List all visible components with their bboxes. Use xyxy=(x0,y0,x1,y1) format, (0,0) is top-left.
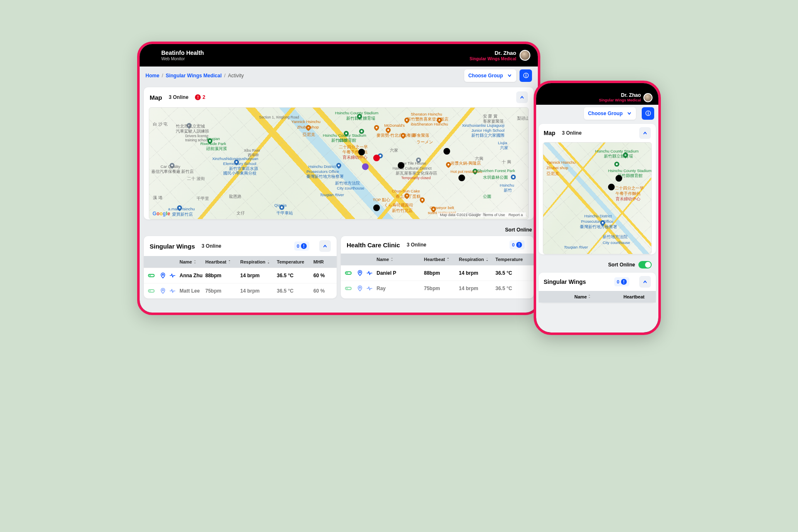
col-temperature[interactable]: Temperature xyxy=(495,257,530,262)
map-marker[interactable] xyxy=(362,163,369,170)
table-row[interactable]: Anna Zhu 88bpm 14 brpm 36.5 °C 60 % xyxy=(144,268,337,283)
map-marker[interactable] xyxy=(398,162,404,169)
chevron-up-icon xyxy=(643,131,648,135)
group-alert-badge[interactable]: 0 ! xyxy=(614,277,629,286)
map-poi-label: Touqian River xyxy=(320,193,344,197)
chevron-up-icon xyxy=(323,244,328,249)
map-poi-label: 新竹竹北店 xyxy=(392,209,413,213)
cell-temperature: 36.5 °C xyxy=(277,273,311,278)
col-heartbeat[interactable]: Heartbeat xyxy=(623,294,652,299)
app-topbar: Beatinfo Health Web Monitor Dr. Zhao Sin… xyxy=(140,44,538,66)
map-terms-link[interactable]: Terms of Use xyxy=(483,213,505,217)
map-marker[interactable] xyxy=(358,149,365,155)
map-marker[interactable] xyxy=(608,184,615,190)
map-poi-label: Hsinchu County Stadium xyxy=(335,111,379,115)
brand-logo-icon xyxy=(147,50,157,60)
col-heartbeat[interactable]: Heartbeat xyxy=(424,257,456,262)
alert-icon: ! xyxy=(301,243,307,249)
map-poi-label: Sheraton Hsinchu xyxy=(411,112,442,116)
choose-group-dropdown[interactable]: Choose Group xyxy=(464,69,516,82)
group-title: Health Care Clinic xyxy=(347,241,400,249)
col-name[interactable]: Name xyxy=(574,294,621,299)
map-marker[interactable] xyxy=(373,204,380,211)
map[interactable]: Hsinchu County Stadium 新竹縣立體育場 Yannick H… xyxy=(543,142,652,254)
alert-icon: ! xyxy=(195,94,201,100)
group-alert-badge[interactable]: 0 ! xyxy=(294,241,309,251)
map-poi-label: 千甲里 xyxy=(197,197,209,201)
col-respiration[interactable]: Respiration xyxy=(459,257,493,262)
col-respiration[interactable]: Respiration xyxy=(240,259,274,264)
map-report-link[interactable]: Report a xyxy=(508,213,523,217)
group-card-health-care: Health Care Clinic 3 Online 0 ! Name Hea xyxy=(341,236,534,298)
user-org: Singular Wings Medical xyxy=(599,98,641,102)
cell-temperature: 36.5 °C xyxy=(495,286,530,291)
cell-name: Daniel P xyxy=(377,270,421,276)
table-header: Name Heartbeat Respiration Temperature M… xyxy=(144,256,337,268)
col-mhr[interactable]: MHR xyxy=(313,259,332,264)
choose-group-dropdown[interactable]: Choose Group xyxy=(584,107,636,120)
ecg-icon xyxy=(367,285,374,292)
map-marker-alert[interactable] xyxy=(373,155,380,161)
group-card-singular-wings: Singular Wings 3 Online 0 ! xyxy=(144,236,337,298)
col-name[interactable]: Name xyxy=(180,259,203,264)
map-poi-label: 水圳森林公園 xyxy=(483,175,508,180)
map-poi-label: 麥當勞-竹北自強餐廳 xyxy=(377,133,415,138)
map-attribution: Map data ©2021 Google Terms of Use Repor… xyxy=(438,212,526,217)
cell-mhr: 60 % xyxy=(313,288,332,294)
map-poi-label: Xinzhushidongqushuiyuan xyxy=(212,157,258,161)
map-poi-label: a.mart Hsinchu xyxy=(168,207,195,211)
group-online: 3 Online xyxy=(406,242,426,248)
table-row[interactable]: Matt Lee 75bpm 14 brpm 36.5 °C 60 % xyxy=(144,283,337,298)
map-online-count: 3 Online xyxy=(562,130,581,136)
map-poi-label: 臺灣新竹地方檢察署 xyxy=(306,175,344,179)
phone-subbar: Choose Group ⓘ xyxy=(536,105,658,122)
map[interactable]: Hsinchu County Stadium 新竹縣立體育場 Sheraton … xyxy=(149,107,529,219)
group-title: Singular Wings xyxy=(150,243,195,250)
map-marker[interactable] xyxy=(616,175,622,182)
map-poi-label: McDonald's xyxy=(384,123,404,128)
alert-icon: ! xyxy=(621,279,627,285)
table-row[interactable]: Daniel P 88bpm 14 brpm 36.5 °C xyxy=(341,265,534,281)
map-marker[interactable] xyxy=(458,175,465,181)
location-icon xyxy=(357,285,364,292)
table-row[interactable]: Ray 75bpm 14 brpm 36.5 °C xyxy=(341,281,534,296)
info-button[interactable]: ⓘ xyxy=(642,107,654,120)
location-icon xyxy=(357,270,364,276)
group-alert-badge[interactable]: 0 ! xyxy=(510,240,525,249)
map-collapse-button[interactable] xyxy=(639,127,651,139)
table-header: Name Heartbeat Respiration Temperature xyxy=(341,254,534,265)
map-poi-label: City courthouse xyxy=(337,186,364,190)
map-title: Map xyxy=(150,94,162,101)
col-heartbeat[interactable]: Heartbeat xyxy=(205,259,238,264)
location-icon xyxy=(160,272,167,279)
map-poi-label: Temporarily closed xyxy=(401,176,431,180)
breadcrumb-org[interactable]: Singular Wings Medical xyxy=(166,73,222,79)
alert-icon: ! xyxy=(516,242,522,248)
map-poi-label: Car Quality xyxy=(160,165,180,169)
col-name[interactable]: Name xyxy=(377,257,421,262)
map-poi-label: 育禾婦幼中心 xyxy=(616,197,640,201)
avatar[interactable] xyxy=(643,93,653,102)
breadcrumb-home[interactable]: Home xyxy=(145,73,159,79)
map-marker[interactable] xyxy=(443,148,450,155)
map-collapse-button[interactable] xyxy=(516,91,528,103)
map-poi-label: 午餐手作麵包 xyxy=(616,192,640,196)
avatar[interactable] xyxy=(520,50,530,61)
ecg-icon xyxy=(170,272,177,279)
col-temperature[interactable]: Temperature xyxy=(277,259,311,264)
map-alert-badge[interactable]: ! 2 xyxy=(195,94,205,100)
map-poi-label: Section 1, Xinglong Road xyxy=(259,116,299,119)
cell-name: Matt Lee xyxy=(180,288,203,294)
group-collapse-button[interactable] xyxy=(319,240,331,252)
brand-logo-icon xyxy=(542,93,551,102)
map-poi-label: 厚食聚落 xyxy=(413,133,429,138)
group-collapse-button[interactable] xyxy=(639,276,651,288)
info-button[interactable]: ⓘ xyxy=(520,69,532,82)
map-poi-label: Prosecutors Office xyxy=(306,170,339,174)
map-poi-label: Hsinchu County Stadium xyxy=(595,149,639,153)
user-org: Singular Wings Medical xyxy=(470,57,516,61)
map-poi-label: Hsinchu County Stadium xyxy=(323,133,367,138)
map-poi-label: Junior High School xyxy=(471,128,505,133)
map-poi-label: Touqian xyxy=(206,137,220,141)
sort-online-toggle[interactable] xyxy=(638,261,652,268)
